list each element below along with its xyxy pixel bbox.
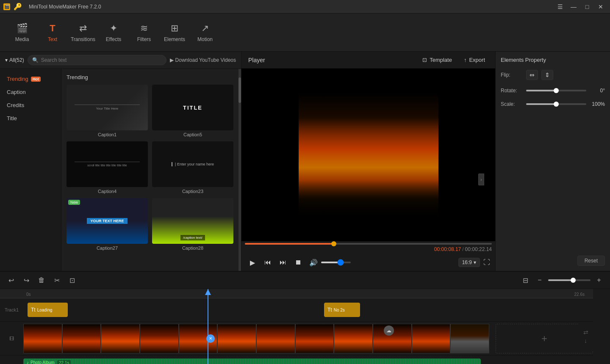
zoom-in-button[interactable]: +	[593, 274, 605, 286]
motion-icon: ↗	[201, 23, 209, 34]
video-add-button[interactable]: +	[541, 333, 547, 345]
sidebar-item-caption[interactable]: Caption	[0, 85, 61, 99]
video-container	[241, 69, 495, 241]
cut-button[interactable]: ✂	[51, 274, 63, 286]
video-arrows: ⇄ ↓	[578, 322, 593, 351]
export-icon: ↑	[464, 57, 467, 63]
window-minimize-button[interactable]: —	[568, 1, 580, 13]
video-icon: 🎞	[9, 336, 14, 341]
volume-slider[interactable]	[321, 262, 351, 263]
rotate-controls: 0°	[526, 88, 605, 94]
caption-card-5[interactable]: TITLE Caption5	[152, 85, 233, 137]
film-frame-last	[450, 324, 489, 353]
progress-fill	[245, 243, 334, 245]
aspect-ratio-value: 16:9	[462, 259, 472, 265]
skip-forward-button[interactable]: ⏭	[277, 256, 289, 268]
redo-button[interactable]: ↪	[20, 274, 32, 286]
toolbar-elements[interactable]: ⊞ Elements	[159, 17, 190, 48]
reset-button[interactable]: Reset	[577, 256, 605, 266]
split-button[interactable]: ⊟	[519, 274, 531, 286]
stop-button[interactable]: ⏹	[292, 256, 304, 268]
effects-label: Effects	[106, 36, 121, 42]
time-start: 0s	[26, 292, 31, 297]
fullscreen-button[interactable]: ⛶	[483, 259, 490, 266]
replace-arrow-icon[interactable]: ⇄	[583, 329, 588, 336]
sidebar: Trending Hot Caption Credits Title	[0, 69, 61, 271]
caption-label-1: Caption1	[67, 132, 148, 137]
total-time: 00:00:22.14	[465, 246, 492, 252]
left-panel: ▾ All(52) 🔍 ▶ Download YouTube Videos Tr…	[0, 52, 241, 271]
scroll-thumb	[238, 77, 241, 103]
play-button[interactable]: ▶	[247, 256, 258, 268]
timeline-content: 0s 22.6s Track1 Tt Loading Tt	[0, 289, 593, 364]
player-header: Player ⊡ Template ↑ Export	[241, 52, 495, 69]
zoom-slider[interactable]	[548, 279, 591, 281]
template-button[interactable]: ⊡ Template	[419, 55, 455, 65]
scroll-handle[interactable]	[238, 69, 241, 271]
progress-bar-container[interactable]	[241, 243, 495, 245]
search-input[interactable]	[41, 57, 162, 63]
caption-card-27[interactable]: New YOUR TEXT HERE Caption27	[67, 198, 148, 251]
window-maximize-button[interactable]: □	[581, 1, 593, 13]
caption-card-28[interactable]: /caption text/ Caption28	[152, 198, 233, 251]
main-content: ▾ All(52) 🔍 ▶ Download YouTube Videos Tr…	[0, 52, 610, 271]
elements-property-title: Elements Property	[501, 57, 605, 63]
audio-waveform[interactable]: ♪ Photo Album 22.1s	[23, 358, 481, 364]
sidebar-item-credits[interactable]: Credits	[0, 99, 61, 112]
toolbar-transitions[interactable]: ⇄ Transitions	[68, 17, 98, 48]
video-track-row: 🎞	[0, 322, 593, 356]
caption-thumb-28: /caption text/	[152, 198, 233, 244]
volume-icon[interactable]: 🔊	[308, 256, 319, 268]
new-badge: New	[68, 200, 80, 205]
timeline-toolbar: ↩ ↪ 🗑 ✂ ⊡ ⊟ − +	[0, 272, 610, 289]
sidebar-item-trending[interactable]: Trending Hot	[0, 72, 61, 85]
track1-label: Track1	[0, 307, 23, 312]
current-time: 00:00:08.17	[434, 246, 461, 252]
undo-button[interactable]: ↩	[5, 274, 17, 286]
zoom-out-button[interactable]: −	[534, 274, 546, 286]
caption-thumb-4: scroll title title title title title tit…	[67, 141, 148, 187]
section-title: Trending	[67, 74, 233, 80]
playhead-line	[208, 289, 208, 364]
toolbar-filters[interactable]: ≋ Filters	[129, 17, 159, 48]
film-frame	[140, 324, 179, 353]
toolbar-media[interactable]: 🎬 Media	[7, 17, 37, 48]
chevron-down-icon: ▾	[474, 259, 476, 265]
flip-horizontal-button[interactable]: ⇔	[526, 70, 538, 80]
crop-button[interactable]: ⊡	[66, 274, 78, 286]
toolbar-text[interactable]: T Text	[37, 17, 68, 48]
filmstrip[interactable]	[23, 324, 489, 353]
player-controls: ▶ ⏮ ⏭ ⏹ 🔊 16:9 ▾ ⛶	[241, 254, 495, 271]
caption-label-4: Caption4	[67, 189, 148, 194]
skip-back-button[interactable]: ⏮	[262, 256, 274, 268]
caption-card-4[interactable]: scroll title title title title title tit…	[67, 141, 148, 194]
scale-slider[interactable]	[526, 103, 586, 105]
progress-bar[interactable]	[245, 243, 492, 245]
text-track-loading[interactable]: Tt Loading	[28, 303, 68, 317]
collapse-panel-button[interactable]: ›	[478, 174, 484, 185]
aspect-ratio-selector[interactable]: 16:9 ▾	[458, 258, 480, 267]
download-youtube-button[interactable]: ▶ Download YouTube Videos	[170, 57, 236, 63]
text-icon: T	[50, 23, 55, 34]
titlebar: 🎬 🔑 MiniTool MovieMaker Free 7.2.0 ☰ — □…	[0, 0, 610, 14]
minimize-button[interactable]: ☰	[554, 1, 566, 13]
film-frame	[334, 324, 373, 353]
film-frame	[256, 324, 295, 353]
download-arrow-icon[interactable]: ↓	[584, 337, 587, 344]
sidebar-item-title[interactable]: Title	[0, 112, 61, 125]
window-close-button[interactable]: ✕	[595, 1, 607, 13]
caption-card-1[interactable]: Your Title Here Caption1	[67, 85, 148, 137]
search-box[interactable]: 🔍	[28, 55, 166, 65]
caption-card-23[interactable]: | Enter your name here Caption23	[152, 141, 233, 194]
toolbar-effects[interactable]: ✦ Effects	[98, 17, 129, 48]
timeline-body[interactable]: 0s 22.6s Track1 Tt Loading Tt	[0, 289, 610, 364]
flip-vertical-button[interactable]: ⇕	[541, 70, 553, 80]
export-button[interactable]: ↑ Export	[460, 55, 488, 65]
toolbar-motion[interactable]: ↗ Motion	[190, 17, 220, 48]
text-track-no2s[interactable]: Tt No 2s	[324, 303, 360, 317]
delete-button[interactable]: 🗑	[36, 274, 47, 286]
rotate-slider[interactable]	[526, 90, 586, 91]
time-display: 00:00:08.17 / 00:00:22.14	[241, 245, 495, 254]
player-panel: Player ⊡ Template ↑ Export 00:00:08.17 /…	[241, 52, 496, 271]
caption-thumb-27: New YOUR TEXT HERE	[67, 198, 148, 244]
